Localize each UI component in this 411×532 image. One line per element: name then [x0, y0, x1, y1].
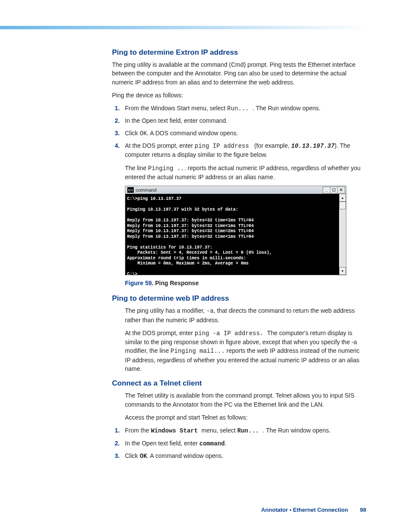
header-gradient-band	[0, 26, 411, 29]
step-text: In the Open text field, enter command.	[125, 116, 227, 125]
mono-bold-text: command	[199, 440, 225, 447]
text: At the DOS prompt, enter	[125, 330, 195, 336]
cmd-icon: C:\	[127, 187, 134, 193]
text: In the Open text field, enter	[125, 440, 199, 447]
step-number: 1.	[112, 104, 120, 113]
text: Click	[125, 452, 140, 459]
text: . A DOS command window opens.	[147, 130, 238, 137]
text: . A command window opens.	[147, 452, 223, 459]
paragraph: The Telnet utility is available from the…	[125, 391, 366, 409]
paragraph: The ping utility is available at the com…	[112, 60, 366, 87]
text: The ping utility has a modifier,	[125, 307, 206, 314]
heading-ping-extron: Ping to determine Extron IP address	[112, 48, 366, 57]
step-number: 4.	[112, 141, 120, 181]
minimize-icon[interactable]: _	[323, 187, 330, 193]
steps-list: 1. From the Windows Start menu, select R…	[112, 104, 366, 181]
steps-list-telnet: 1. From the Windows Start menu, select R…	[112, 426, 366, 460]
figure-number: Figure 59.	[125, 280, 153, 286]
dos-window-title: command	[136, 187, 156, 193]
paragraph: IP address, regardless of whether you en…	[125, 356, 366, 373]
mono-bold-text: Run...	[237, 427, 263, 434]
text: At the DOS prompt, enter	[125, 142, 195, 149]
mono-text: OK	[140, 130, 147, 137]
footer-text: Annotator • Ethernet Connection	[261, 507, 348, 513]
step-text: Click OK. A command window opens.	[125, 451, 223, 460]
mono-text: -a	[206, 308, 214, 314]
heading-telnet: Connect as a Telnet client	[112, 379, 366, 388]
text: The line	[125, 165, 148, 171]
text: . The Run window opens.	[252, 105, 321, 112]
step-text: From the Windows Start menu, select Run.…	[125, 104, 321, 113]
scrollbar[interactable]: ▲ ▼	[339, 194, 346, 275]
mono-text: ping IP address	[195, 143, 252, 149]
step-text: In the Open text field, enter command.	[125, 439, 226, 448]
scroll-thumb[interactable]	[339, 202, 346, 209]
text: (for example,	[252, 142, 291, 149]
text: menu, select	[202, 427, 237, 434]
text: Click	[125, 130, 140, 137]
text: From the Windows Start menu, select	[125, 105, 227, 112]
step-3: 3. Click OK. A command window opens.	[112, 451, 366, 460]
step-number: 2.	[112, 439, 120, 448]
text: reports the web IP address instead of th…	[225, 347, 360, 354]
step-number: 3.	[112, 129, 120, 138]
page-content: Ping to determine Extron IP address The …	[112, 48, 366, 465]
dos-titlebar: C:\ command _ ☐ ✕	[125, 186, 346, 194]
paragraph: Ping the device as follows:	[112, 91, 366, 100]
step-1: 1. From the Windows Start menu, select R…	[112, 104, 366, 113]
paragraph: At the DOS prompt, enter ping -a IP addr…	[125, 329, 366, 356]
mono-bold-text: OK	[140, 453, 147, 460]
dos-output: C:\>ping 10.13.197.37 Pinging 10.13.197.…	[125, 194, 339, 275]
scroll-up-icon[interactable]: ▲	[339, 194, 346, 202]
scroll-down-icon[interactable]: ▼	[339, 267, 346, 275]
step-number: 2.	[112, 116, 120, 125]
figure-caption: Figure 59. Ping Response	[125, 280, 366, 286]
text: . The Run window opens.	[263, 427, 331, 434]
step-number: 3.	[112, 451, 120, 460]
step-3: 3. Click OK. A DOS command window opens.	[112, 129, 366, 138]
page-number: 98	[360, 507, 366, 513]
step-text: From the Windows Start menu, select Run.…	[125, 426, 330, 435]
heading-ping-web: Ping to determine web IP address	[112, 294, 366, 303]
step-text: At the DOS prompt, enter ping IP address…	[125, 141, 366, 181]
mono-bold-italic-text: 10.13.197.37	[291, 143, 335, 149]
close-icon[interactable]: ✕	[337, 187, 345, 193]
paragraph: Access the prompt and start Telnet as fo…	[125, 413, 366, 422]
mono-text: ping -a IP address.	[195, 330, 267, 337]
step-1: 1. From the Windows Start menu, select R…	[112, 426, 366, 435]
figure-title: Ping Response	[153, 280, 199, 286]
mono-text: Pinging ..	[148, 165, 184, 172]
step-2: 2. In the Open text field, enter command…	[112, 116, 366, 125]
mono-text: Run...	[227, 105, 252, 112]
paragraph: The ping utility has a modifier, -a, tha…	[125, 306, 366, 324]
mono-bold-text: Windows Start	[151, 427, 202, 434]
maximize-icon[interactable]: ☐	[330, 187, 338, 193]
step-text: Click OK. A DOS command window opens.	[125, 129, 238, 138]
step-2: 2. In the Open text field, enter command…	[112, 439, 366, 448]
text: .	[225, 440, 227, 447]
step-4: 4. At the DOS prompt, enter ping IP addr…	[112, 141, 366, 181]
text: From the	[125, 427, 151, 434]
scroll-track[interactable]	[339, 209, 346, 267]
dos-command-window: C:\ command _ ☐ ✕ C:\>ping 10.13.197.37 …	[125, 186, 346, 275]
step-number: 1.	[112, 426, 120, 435]
mono-text: Pinging mail...	[171, 348, 225, 355]
page-footer: Annotator • Ethernet Connection 98	[0, 507, 411, 513]
